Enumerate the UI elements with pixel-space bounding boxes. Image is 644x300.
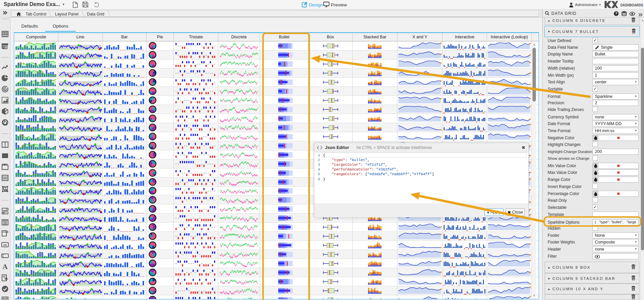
svg-text:OK: OK bbox=[3, 243, 7, 247]
svg-text:?: ? bbox=[615, 12, 617, 15]
